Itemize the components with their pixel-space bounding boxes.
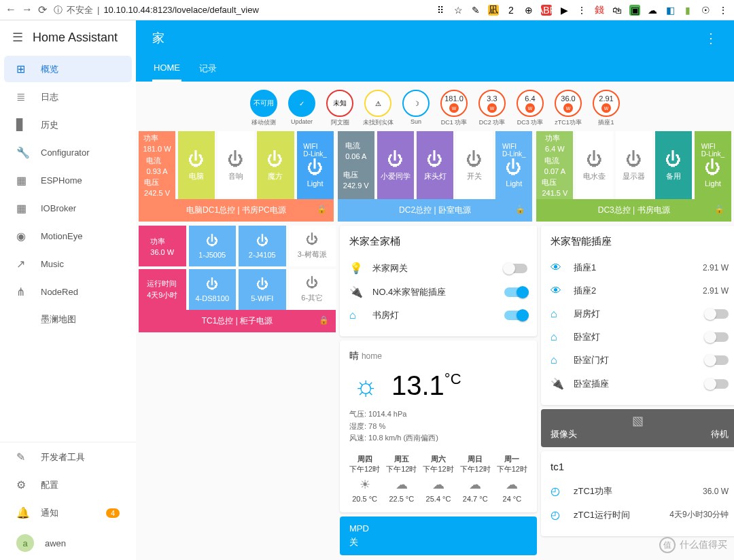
power-tile[interactable]: ⏻开关 (456, 131, 493, 199)
toggle-switch[interactable] (504, 264, 527, 273)
mijia-group-card: 米家全家桶 💡 米家网关 🔌 NO.4米家智能插座 ⌂ 书房灯 (340, 226, 537, 336)
mpd-card[interactable]: MPD 关 (340, 517, 537, 555)
power-tile[interactable]: ⏻6-其它 (289, 269, 336, 310)
sidebar-item[interactable]: ▦IOBroker (4, 195, 132, 222)
ext-icon[interactable]: 🛍 (612, 5, 623, 16)
sidebar-item[interactable]: ↗Music (4, 251, 132, 277)
sidebar-dev-tools[interactable]: ✎ 开发者工具 (4, 444, 132, 470)
power-tile[interactable]: WIFI D-Link_⏻Light (495, 131, 532, 199)
section-footer[interactable]: 电脑DC1总控 | 书房PC电源🔒 (139, 199, 334, 222)
power-tile[interactable]: ⏻2-J4105 (239, 226, 286, 266)
entity-row: 👁 插座2 2.91 W (550, 279, 729, 302)
sidebar-notifications[interactable]: 🔔 通知 4 (4, 500, 132, 526)
reload-icon[interactable]: ⟳ (38, 3, 47, 16)
info-tile: 电流0.06 A电压242.9 V (338, 131, 374, 199)
power-icon: ⏻ (665, 150, 682, 169)
power-tile[interactable]: ⏻4-DS8100 (189, 269, 237, 310)
power-tile[interactable]: ⏻小爱同学 (377, 131, 414, 199)
toggle-switch[interactable] (504, 311, 527, 320)
power-tile[interactable]: ⏻魔方 (257, 131, 294, 199)
sidebar-item[interactable]: ⊞概览 (4, 56, 132, 82)
ext-icon[interactable]: ⋮ (576, 5, 587, 16)
address-bar[interactable]: ⓘ 不安全 | 10.10.10.44:8123/lovelace/defaul… (54, 4, 428, 16)
toggle-switch[interactable] (705, 332, 729, 342)
toggle-switch[interactable] (705, 309, 729, 319)
power-icon: ⏻ (306, 276, 318, 290)
toggle-switch[interactable] (504, 287, 527, 297)
dc-section: 电流0.06 A电压242.9 V⏻小爱同学⏻床头灯⏻开关WIFI D-Link… (338, 131, 533, 222)
ext-icon[interactable]: ▣ (629, 5, 640, 16)
translate-icon[interactable]: ⠿ (435, 5, 446, 16)
ext-icon[interactable]: 2 (506, 5, 517, 16)
state-badge[interactable]: ☽Sun (399, 90, 433, 127)
info-icon: ⓘ (54, 4, 63, 16)
power-tile[interactable]: ⏻3-树莓派 (289, 226, 336, 266)
overflow-menu-icon[interactable]: ⋮ (704, 30, 718, 46)
state-badge[interactable]: 6.4wDC3 功率 (513, 90, 547, 127)
sidebar-item[interactable]: 🔧Configurator (4, 139, 132, 166)
ext-icon[interactable]: ▶ (559, 5, 570, 16)
state-badge[interactable]: 不可用移动侦测 (247, 90, 281, 127)
ext-icon[interactable]: ☁ (647, 5, 658, 16)
state-badge[interactable]: 未知阿文圈 (323, 90, 357, 127)
menu-icon[interactable]: ⋮ (718, 5, 729, 16)
section-footer[interactable]: DC3总控 | 书房电源🔒 (536, 199, 731, 222)
profile-icon[interactable]: ☉ (700, 5, 711, 16)
ext-icon[interactable]: ✎ (470, 5, 481, 16)
camera-card[interactable]: ▧ 摄像头 待机 (541, 409, 734, 447)
menu-toggle-icon[interactable]: ☰ (12, 30, 23, 45)
power-tile[interactable]: ⏻1-J5005 (189, 226, 237, 266)
power-tile[interactable]: ⏻显示器 (616, 131, 652, 199)
forward-icon[interactable]: → (22, 3, 33, 16)
power-tile[interactable]: WIFI D-Link_⏻Light (695, 131, 731, 199)
power-tile[interactable]: ⏻床头灯 (417, 131, 453, 199)
sidebar-config[interactable]: ⚙ 配置 (4, 472, 132, 498)
sidebar-item[interactable]: ⋔NodeRed (4, 279, 132, 305)
entity-row: ⌂ 厨房灯 (550, 302, 729, 326)
entity-icon: 👁 (550, 262, 564, 274)
entity-icon: ⌂ (349, 309, 363, 321)
section-footer[interactable]: DC2总控 | 卧室电源🔒 (338, 199, 533, 222)
tab[interactable]: 记录 (198, 56, 218, 82)
nav-icon: ⋔ (16, 285, 30, 298)
power-tile[interactable]: ⏻备用 (655, 131, 692, 199)
sidebar-item[interactable]: ▊历史 (4, 111, 132, 138)
state-badge[interactable]: ⚠未找到实体 (361, 90, 395, 127)
power-tile[interactable]: ⏻电水壶 (576, 131, 612, 199)
state-badge[interactable]: ✓Updater (285, 90, 319, 127)
abp-icon[interactable]: ABP (541, 5, 552, 16)
power-icon: ⏻ (206, 277, 218, 292)
sidebar-item[interactable]: ◉MotionEye (4, 223, 132, 249)
avatar: a (16, 534, 34, 552)
toggle-switch[interactable] (705, 355, 729, 365)
power-tile[interactable]: ⏻音响 (217, 131, 254, 199)
ext-icon[interactable]: 錢 (594, 5, 605, 16)
state-badge[interactable]: 3.3wDC2 功率 (475, 90, 509, 127)
state-badge[interactable]: 36.0wzTC1功率 (551, 90, 585, 127)
toggle-switch[interactable] (705, 379, 729, 389)
state-badge[interactable]: 2.91w插座1 (589, 90, 623, 127)
ext-icon[interactable]: ⊕ (523, 5, 534, 16)
notification-badge: 4 (106, 508, 120, 518)
ext-icon[interactable]: ▮ (682, 5, 693, 16)
power-tile[interactable]: WIFI D-Link_⏻Light (297, 131, 334, 199)
power-icon: ⏻ (387, 150, 404, 169)
back-icon[interactable]: ← (5, 3, 16, 16)
nav-icon: ⊞ (16, 63, 30, 75)
ext-icon[interactable]: 凪 (488, 5, 499, 16)
sidebar-item[interactable]: ▦ESPHome (4, 167, 132, 194)
power-tile[interactable]: ⏻电脑 (178, 131, 215, 199)
browser-extensions: ⠿ ☆ ✎ 凪 2 ⊕ ABP ▶ ⋮ 錢 🛍 ▣ ☁ ◧ ▮ ☉ ⋮ (435, 5, 729, 16)
sidebar-item[interactable]: 墨澜地图 (4, 307, 132, 332)
power-tile[interactable]: ⏻5-WIFI (239, 269, 286, 310)
tab[interactable]: HOME (152, 56, 181, 82)
nav-icon: ↗ (16, 258, 30, 270)
state-badge[interactable]: 181.0wDC1 功率 (437, 90, 471, 127)
sidebar-user[interactable]: a awen (4, 527, 132, 559)
sidebar-item[interactable]: ≣日志 (4, 84, 132, 110)
section-footer[interactable]: TC1总控 | 柜子电源🔒 (139, 310, 336, 332)
star-icon[interactable]: ☆ (453, 5, 464, 16)
app-title: Home Assistant (33, 31, 118, 45)
entity-row: ◴ zTC1运行时间 4天9小时30分钟 (550, 503, 729, 527)
ext-icon[interactable]: ◧ (665, 5, 676, 16)
